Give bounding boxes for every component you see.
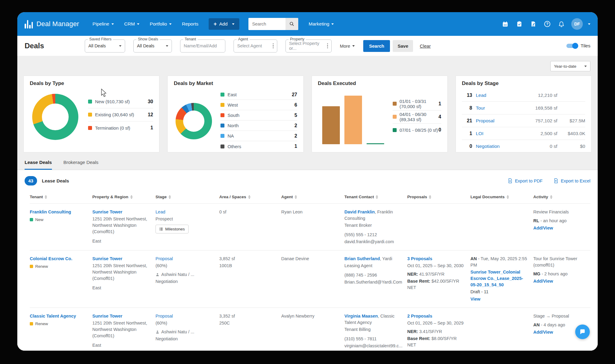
status-swatch (30, 322, 33, 325)
legend-item[interactable]: North 2 (220, 121, 297, 131)
proposals-link[interactable]: 3 Proposals (407, 256, 432, 261)
deals-by-type-donut-chart[interactable] (32, 94, 78, 140)
col-proposals[interactable]: Proposals (407, 192, 470, 203)
col-agent[interactable]: Agent (281, 192, 344, 203)
legend-item[interactable]: 01/01 - 03/31 (70,000 sf) 1 (393, 97, 441, 111)
filters-save-button[interactable]: Save (393, 40, 413, 52)
legal-document-link[interactable]: Sunrise Tower_Colonial Escrow Co._Lease_… (470, 269, 528, 288)
search-input[interactable] (248, 18, 285, 30)
nav-portfolio[interactable]: Portfolio (150, 21, 172, 27)
tab-brokerage-deals[interactable]: Brokerage Deals (63, 160, 98, 170)
top-navbar: Deal Manager Pipeline CRM Portfolio Repo… (17, 12, 598, 36)
bar (322, 106, 340, 144)
search-submit-button[interactable] (285, 18, 298, 30)
add-view-link[interactable]: Add/View (533, 329, 553, 335)
contact-link[interactable]: Brian Sutherland (344, 256, 380, 261)
stage-link[interactable]: Proposal (155, 256, 173, 261)
profile-caret-down-icon[interactable] (588, 23, 590, 25)
add-view-link[interactable]: Add/View (533, 278, 553, 284)
property-link[interactable]: Sunrise Tower (92, 209, 122, 214)
col-stage[interactable]: Stage (155, 192, 219, 203)
chat-icon (579, 328, 586, 335)
nav-crm[interactable]: CRM (124, 21, 139, 27)
legal-view-link[interactable]: View (470, 296, 480, 302)
caret-down-icon (232, 23, 234, 25)
stage-negotiation-link[interactable]: Negotiation (476, 144, 515, 149)
show-deals-select[interactable]: Show Deals All Deals (133, 39, 172, 53)
legend-item[interactable]: Existing (30,640 sf) 12 (88, 108, 153, 121)
sort-icon (376, 195, 378, 199)
brand[interactable]: Deal Manager (25, 19, 79, 29)
legend-item[interactable]: New (910,730 sf) 30 (88, 95, 153, 108)
col-tenant[interactable]: Tenant (30, 192, 92, 203)
export-pdf-link[interactable]: Export to PDF (507, 178, 542, 183)
deals-executed-bar-chart[interactable] (322, 92, 384, 144)
tab-lease-deals[interactable]: Lease Deals (25, 160, 52, 170)
tenant-filter-input[interactable] (184, 43, 222, 48)
legend-item[interactable]: Others 1 (220, 141, 297, 151)
cell-stage: Proposal (60%) Ashwini Natu / ... Negoti… (155, 308, 219, 351)
notifications-bell-icon[interactable] (558, 21, 565, 27)
tasks-clipboard-icon[interactable] (516, 21, 522, 27)
period-select[interactable]: Year-to-date (550, 61, 590, 71)
legend-item[interactable]: 07/01 - 08/25 (0 sf) 0 (393, 124, 441, 137)
filter-bar: Deals Saved Filters All Deals Show Deals… (17, 36, 598, 56)
stage-lead-link[interactable]: Lead (476, 93, 515, 98)
legend-item[interactable]: South 5 (220, 110, 297, 121)
cell-property: Sunrise Tower 1251 20th Street Northwest… (92, 204, 155, 250)
property-filter-select[interactable]: Property Select Property or... (285, 39, 332, 53)
proposals-link[interactable]: 2 Proposals (407, 314, 432, 318)
milestones-button[interactable]: Milestones (155, 225, 189, 233)
tenant-link[interactable]: Classic Talent Agency (30, 314, 76, 318)
more-filters-button[interactable]: More (340, 43, 355, 49)
legend-item[interactable]: East 27 (220, 90, 297, 100)
saved-filters-select[interactable]: Saved Filters All Deals (85, 39, 125, 53)
agent-filter-select[interactable]: Agent Select Agent (234, 39, 277, 53)
legend-swatch (393, 115, 397, 119)
contact-link[interactable]: David Franklin (344, 209, 375, 214)
col-activity[interactable]: Activity (533, 192, 590, 203)
col-area[interactable]: Area / Spaces (219, 192, 281, 203)
nav-pipeline[interactable]: Pipeline (93, 21, 114, 27)
legend-item[interactable]: Termination (0 sf) 1 (88, 121, 153, 134)
calendar-icon[interactable] (502, 21, 508, 27)
stage-link[interactable]: Lead (155, 209, 165, 214)
help-icon[interactable]: ? (544, 21, 550, 27)
col-tenant-contact[interactable]: Tenant Contact (344, 192, 407, 203)
cell-tenant: Franklin Consulting New (30, 204, 92, 250)
col-legal-documents[interactable]: Legal Documents (470, 192, 533, 203)
signature-document-icon[interactable] (530, 21, 536, 27)
add-view-link[interactable]: Add/View (533, 225, 553, 231)
filters-clear-link[interactable]: Clear (420, 43, 431, 49)
stage-proposal-link[interactable]: Proposal (476, 118, 515, 124)
add-button[interactable]: + Add (209, 18, 239, 30)
tenant-link[interactable]: Colonial Escrow Co. (30, 256, 72, 261)
nav-reports[interactable]: Reports (182, 21, 198, 27)
export-excel-link[interactable]: Export to Excel (553, 178, 590, 183)
cell-legal (470, 308, 533, 351)
table-row: Colonial Escrow Co. Renew Sunrise Tower … (30, 250, 590, 308)
tiles-toggle[interactable] (566, 44, 577, 48)
legend-swatch (393, 128, 397, 132)
tiles-row: Deals by Type New (910,730 sf) 30 Existi… (17, 71, 598, 152)
filters-search-button[interactable]: Search (363, 40, 390, 52)
col-property[interactable]: Property & Region (92, 192, 155, 203)
nav-marketing[interactable]: Marketing (309, 21, 334, 27)
page-title: Deals (25, 42, 85, 50)
user-avatar[interactable]: DF (571, 18, 583, 30)
chat-launcher-button[interactable] (575, 325, 590, 339)
property-link[interactable]: Sunrise Tower (92, 314, 122, 318)
tenant-link[interactable]: Franklin Consulting (30, 209, 71, 214)
legend-item[interactable]: NA 2 (220, 131, 297, 141)
stage-loi-link[interactable]: LOI (476, 131, 515, 136)
legend-item[interactable]: 04/01 - 06/30 (89,343 sf) 4 (393, 111, 441, 124)
property-link[interactable]: Sunrise Tower (92, 256, 122, 261)
deals-by-market-donut-chart[interactable] (176, 103, 212, 139)
caret-down-icon (111, 23, 114, 25)
person-icon (155, 330, 159, 334)
legend-item[interactable]: West 6 (220, 100, 297, 110)
contact-link[interactable]: Virginia Maasen (344, 314, 378, 318)
legend-swatch (220, 145, 224, 148)
stage-link[interactable]: Proposal (155, 314, 173, 318)
stage-tour-link[interactable]: Tour (476, 105, 515, 111)
